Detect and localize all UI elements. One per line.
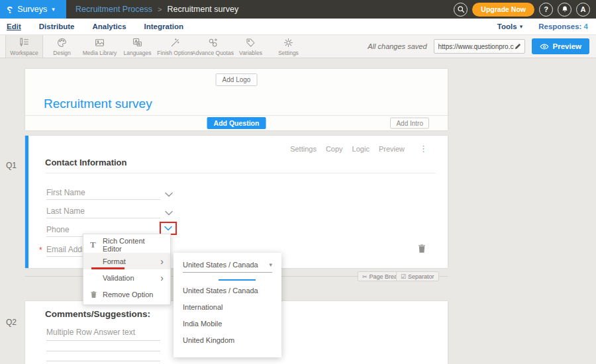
- toolbar-item-workspace[interactable]: Workspace: [5, 35, 43, 58]
- answer-line: [46, 361, 160, 361]
- toolbar-right: All changes saved https://www.questionpr…: [368, 35, 596, 58]
- select-focus-bar: [219, 279, 256, 281]
- translate-icon: [132, 37, 143, 48]
- search-button[interactable]: [454, 3, 468, 17]
- breadcrumb: Recruitment Process > Recruitment survey: [75, 5, 238, 14]
- breadcrumb-folder-link[interactable]: Recruitment Process: [75, 5, 152, 14]
- format-option-us-canada[interactable]: United States / Canada: [174, 282, 281, 298]
- add-intro-button[interactable]: Add Intro: [390, 118, 429, 129]
- add-logo-button[interactable]: Add Logo: [216, 73, 258, 86]
- top-header: ? Surveys ▾ Recruitment Process > Recrui…: [0, 0, 596, 19]
- tools-label: Tools: [497, 23, 517, 30]
- tab-integration[interactable]: Integration: [144, 23, 183, 31]
- title-divider: [45, 173, 436, 173]
- survey-title[interactable]: Recruitment survey: [44, 97, 152, 111]
- page-break-icon: ✂: [362, 273, 368, 280]
- menu-item-rich-content-editor[interactable]: T Rich Content Editor: [83, 236, 170, 253]
- trash-icon: [90, 291, 101, 298]
- question1-title[interactable]: Contact Information: [45, 158, 127, 167]
- format-annotation-underline: [91, 267, 124, 269]
- format-submenu-panel: United States / Canada ▾ United States /…: [174, 253, 281, 357]
- toolbar-item-languages[interactable]: Languages: [119, 35, 156, 58]
- field-row-last-name: Last Name: [46, 204, 189, 218]
- add-question-row: Add Question Add Intro: [25, 115, 448, 130]
- format-options-list: United States / Canada International Ind…: [174, 282, 281, 348]
- responses-label: Responses:: [538, 23, 581, 30]
- menu-item-validation[interactable]: Validation ›: [83, 269, 170, 286]
- text-editor-icon: T: [90, 240, 101, 250]
- question2-title[interactable]: Comments/Suggestions:: [45, 309, 150, 319]
- delete-question-button[interactable]: [417, 244, 426, 256]
- product-menu[interactable]: ? Surveys ▾: [0, 0, 66, 19]
- nav-tabs: Edit Distribute Analytics Integration: [7, 23, 183, 31]
- notifications-button[interactable]: [558, 3, 571, 17]
- tab-distribute[interactable]: Distribute: [39, 23, 75, 31]
- responses-count: 4: [584, 23, 588, 30]
- separator-icon: ☑: [401, 273, 406, 280]
- survey-header-card: Add Logo Recruitment survey Add Question…: [25, 69, 448, 130]
- tab-edit[interactable]: Edit: [7, 23, 21, 31]
- tag-icon: [245, 37, 256, 48]
- survey-link-input[interactable]: https://www.questionpro.com/t/APNrFZ: [438, 43, 514, 50]
- question-logic-link[interactable]: Logic: [352, 145, 370, 153]
- caret-down-icon: ▾: [269, 261, 272, 268]
- magic-wand-icon: [170, 37, 181, 48]
- submenu-arrow-icon: ›: [160, 275, 164, 281]
- format-option-international[interactable]: International: [174, 298, 281, 315]
- trash-icon: [417, 244, 426, 253]
- phone-dropdown-annotation-box: [160, 222, 177, 235]
- format-selected-value: United States / Canada: [183, 261, 258, 269]
- survey-nav-bar: Edit Distribute Analytics Integration To…: [0, 19, 596, 34]
- question-preview-link[interactable]: Preview: [379, 145, 405, 153]
- survey-link-box[interactable]: https://www.questionpro.com/t/APNrFZ: [434, 39, 525, 54]
- chevron-down-icon: ▾: [52, 6, 55, 13]
- separator-button[interactable]: ☑ Separator: [396, 271, 439, 281]
- format-option-india-mobile[interactable]: India Mobile: [174, 315, 281, 332]
- question1-number: Q1: [6, 161, 17, 170]
- multirow-answer-placeholder[interactable]: Multiple Row Answer text: [46, 328, 135, 337]
- image-icon: [94, 37, 105, 48]
- field-dropdown-button[interactable]: [164, 189, 174, 201]
- more-options-icon[interactable]: ⋮: [419, 144, 428, 154]
- preview-button[interactable]: Preview: [532, 38, 589, 54]
- toolbar-item-advance-quotas[interactable]: Advance Quotas: [194, 35, 232, 58]
- toolbar-item-variables[interactable]: Variables: [232, 35, 270, 58]
- add-question-button[interactable]: Add Question: [207, 117, 266, 129]
- format-select[interactable]: United States / Canada ▾: [183, 261, 272, 273]
- header-actions: Upgrade Now ? A: [454, 3, 596, 17]
- toolbar-item-design[interactable]: Design: [43, 35, 81, 58]
- account-avatar[interactable]: A: [576, 3, 590, 17]
- tools-menu[interactable]: Tools ▾: [497, 23, 522, 30]
- edit-pencil-icon[interactable]: [514, 42, 522, 50]
- chevron-down-icon: [164, 225, 173, 232]
- avatar-initial: A: [581, 5, 586, 13]
- toolbar-item-finish-options[interactable]: Finish Options: [156, 35, 194, 58]
- field-context-menu: T Rich Content Editor Format › Validatio…: [83, 234, 171, 305]
- breadcrumb-separator: >: [158, 5, 162, 13]
- question-copy-link[interactable]: Copy: [326, 145, 343, 153]
- help-icon: ?: [544, 5, 548, 13]
- search-icon: [457, 5, 465, 13]
- tab-analytics[interactable]: Analytics: [92, 23, 126, 31]
- toolbar-item-media-library[interactable]: Media Library: [81, 35, 119, 58]
- required-marker: *: [39, 246, 42, 255]
- app-window: ? Surveys ▾ Recruitment Process > Recrui…: [0, 0, 596, 364]
- menu-item-remove-option[interactable]: Remove Option: [83, 286, 170, 302]
- chevron-down-icon: [164, 191, 174, 198]
- breadcrumb-current: Recruitment survey: [167, 5, 238, 14]
- eye-icon: [540, 43, 549, 50]
- question-settings-link[interactable]: Settings: [290, 145, 317, 153]
- editor-toolbar: Workspace Design Media Library Languages…: [0, 34, 596, 58]
- field-dropdown-button[interactable]: [164, 222, 173, 234]
- help-button[interactable]: ?: [539, 3, 553, 17]
- autosave-status: All changes saved: [368, 42, 426, 50]
- answer-line: [46, 351, 160, 351]
- upgrade-now-button[interactable]: Upgrade Now: [472, 3, 534, 17]
- question2-number: Q2: [6, 318, 17, 327]
- chain-links-icon: [207, 37, 219, 48]
- nav-right: Tools ▾ Responses: 4: [497, 23, 588, 30]
- field-dropdown-button[interactable]: [164, 207, 174, 219]
- responses-link[interactable]: Responses: 4: [538, 23, 588, 30]
- toolbar-item-settings[interactable]: Settings: [270, 35, 307, 58]
- format-option-united-kingdom[interactable]: United Kingdom: [174, 332, 281, 348]
